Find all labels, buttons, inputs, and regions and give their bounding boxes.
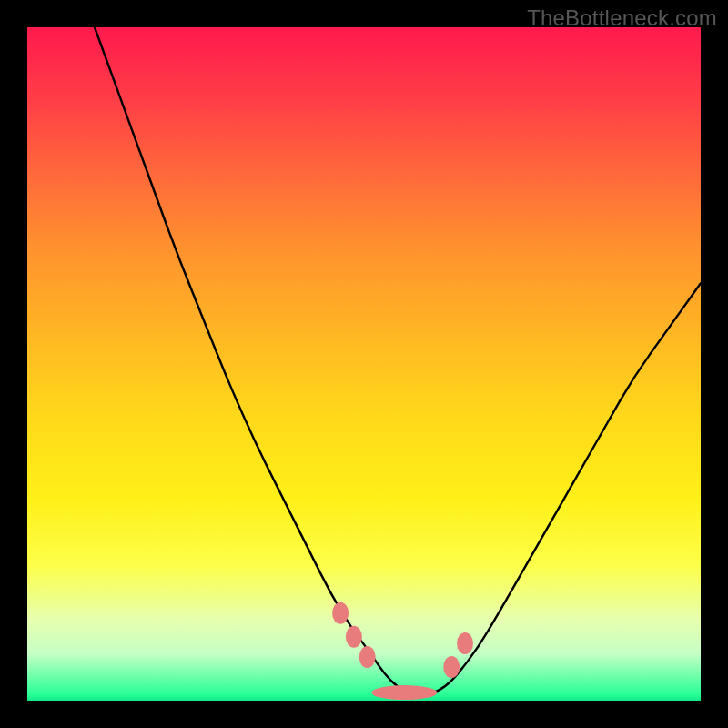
curve-path [95, 27, 701, 694]
marker-group [332, 602, 473, 700]
marker-dot [332, 602, 349, 624]
marker-dot [359, 646, 376, 668]
marker-dot [371, 685, 437, 700]
marker-dot [346, 626, 362, 648]
marker-dot [457, 632, 473, 654]
plot-area [27, 27, 701, 701]
chart-frame: TheBottleneck.com [0, 0, 728, 728]
curve-svg [27, 27, 701, 701]
marker-dot [443, 656, 460, 678]
